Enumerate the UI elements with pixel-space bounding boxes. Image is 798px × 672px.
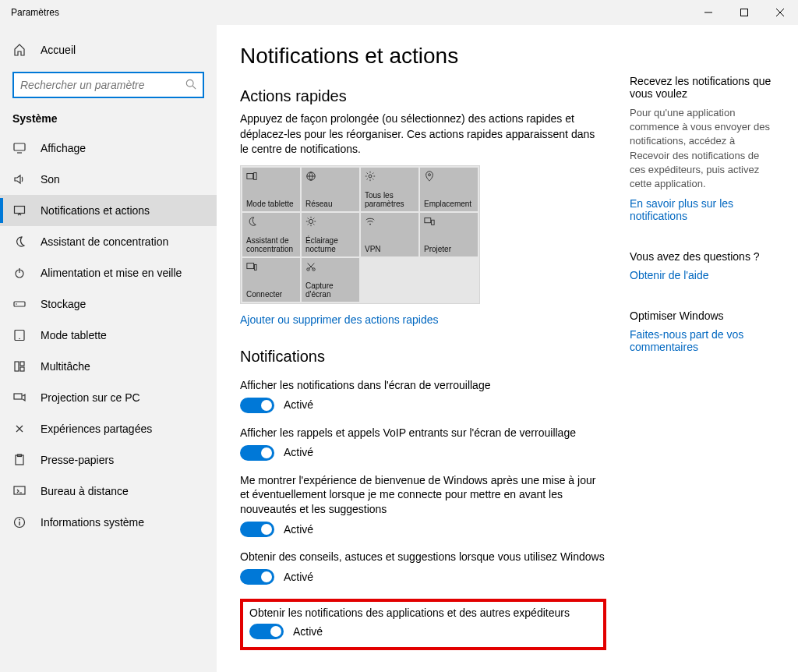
power-icon — [12, 267, 26, 279]
tablet-icon — [12, 329, 26, 341]
sidebar-item-share[interactable]: Expériences partagées — [0, 413, 217, 444]
svg-line-5 — [192, 86, 196, 89]
svg-rect-11 — [14, 302, 25, 306]
quick-action-label: Connecter — [246, 290, 296, 299]
svg-rect-17 — [20, 367, 24, 371]
sidebar-item-projection[interactable]: Projection sur ce PC — [0, 382, 217, 413]
sidebar-item-info[interactable]: Informations système — [0, 507, 217, 538]
toggle-switch[interactable] — [240, 398, 274, 413]
projection-icon — [12, 391, 26, 404]
sidebar-item-tablet[interactable]: Mode tablette — [0, 320, 217, 351]
moon-icon — [246, 216, 296, 227]
close-button[interactable] — [762, 0, 798, 25]
toggle-state-label: Activé — [284, 398, 313, 412]
notification-setting: Afficher les notifications dans l'écran … — [240, 378, 606, 413]
svg-rect-34 — [247, 263, 254, 268]
maximize-button[interactable] — [726, 0, 762, 25]
quick-action-location[interactable]: Emplacement — [420, 168, 478, 211]
feedback-link[interactable]: Faites-nous part de vos commentaires — [630, 328, 743, 353]
sidebar-item-sound[interactable]: Son — [0, 164, 217, 195]
svg-point-12 — [16, 303, 17, 305]
setting-label: Afficher les notifications dans l'écran … — [240, 378, 606, 393]
quick-action-label: Réseau — [305, 200, 355, 208]
sidebar-item-label: Informations système — [41, 516, 144, 529]
quick-action-connect[interactable]: Connecter — [242, 258, 300, 302]
home-icon — [12, 44, 26, 56]
sidebar-item-label: Alimentation et mise en veille — [41, 267, 182, 279]
sidebar-item-label: Son — [41, 173, 60, 186]
quick-action-tablet-mode[interactable]: Mode tablette — [242, 168, 300, 211]
connect-icon — [246, 261, 296, 272]
sidebar-item-power[interactable]: Alimentation et mise en veille — [0, 257, 217, 288]
sidebar-item-storage[interactable]: Stockage — [0, 288, 217, 320]
quick-action-vpn[interactable]: VPN — [361, 213, 418, 256]
toggle-state-label: Activé — [284, 445, 313, 460]
svg-rect-18 — [14, 394, 22, 399]
quick-actions-grid: Mode tabletteRéseauTous les paramètresEm… — [240, 165, 480, 304]
home-button[interactable]: Accueil — [0, 34, 217, 65]
toggle-switch[interactable] — [240, 569, 274, 585]
right-notif-title: Recevez les notifications que vous voule… — [630, 75, 775, 100]
sidebar: Accueil Système AffichageSonNotification… — [0, 25, 217, 672]
quick-action-gear[interactable]: Tous les paramètres — [361, 168, 418, 211]
vpn-icon — [365, 216, 415, 227]
svg-point-31 — [369, 223, 371, 225]
quick-action-network[interactable]: Réseau — [302, 168, 359, 211]
svg-rect-16 — [20, 362, 24, 366]
home-label: Accueil — [41, 44, 76, 56]
tablet-mode-icon — [246, 171, 296, 182]
quick-action-moon[interactable]: Assistant de concentration — [242, 213, 300, 256]
quick-action-label: Capture d'écran — [305, 281, 355, 299]
notify-icon — [12, 204, 26, 217]
titlebar: Paramètres — [0, 0, 798, 25]
storage-icon — [12, 298, 26, 310]
window-title: Paramètres — [0, 7, 59, 18]
sidebar-item-moon[interactable]: Assistant de concentration — [0, 226, 217, 257]
project-icon — [424, 216, 474, 227]
sidebar-item-label: Mode tablette — [41, 329, 107, 341]
page-title: Notifications et actions — [240, 44, 606, 69]
toggle-switch[interactable] — [240, 445, 274, 461]
quick-action-label: Éclairage nocturne — [305, 236, 355, 253]
minimize-button[interactable] — [690, 0, 726, 25]
sidebar-item-multitask[interactable]: Multitâche — [0, 351, 217, 382]
setting-label: Afficher les rappels et appels VoIP entr… — [240, 426, 606, 440]
setting-label: Obtenir les notifications des applicatio… — [249, 607, 597, 619]
quick-action-label: Emplacement — [424, 200, 474, 208]
svg-point-28 — [369, 175, 372, 178]
svg-rect-25 — [247, 173, 253, 179]
svg-point-24 — [19, 519, 20, 521]
learn-more-link[interactable]: En savoir plus sur les notifications — [630, 197, 733, 222]
svg-point-29 — [429, 174, 431, 176]
location-icon — [424, 171, 474, 182]
clipboard-icon — [12, 454, 26, 466]
search-box[interactable] — [12, 72, 204, 98]
quick-action-night[interactable]: Éclairage nocturne — [302, 213, 359, 256]
quick-actions-description: Appuyez de façon prolongée (ou sélection… — [240, 111, 606, 157]
sidebar-item-remote[interactable]: Bureau à distance — [0, 476, 217, 507]
svg-rect-26 — [254, 172, 257, 179]
quick-action-label: Projeter — [424, 245, 474, 253]
sidebar-item-label: Presse-papiers — [41, 454, 114, 466]
sidebar-item-label: Assistant de concentration — [41, 235, 168, 248]
sidebar-item-clipboard[interactable]: Presse-papiers — [0, 444, 217, 476]
sidebar-item-label: Expériences partagées — [41, 423, 152, 435]
sidebar-item-display[interactable]: Affichage — [0, 133, 217, 164]
toggle-switch[interactable] — [240, 522, 274, 537]
toggle-switch[interactable] — [249, 624, 284, 639]
right-help-title: Vous avez des questions ? — [630, 250, 775, 263]
snip-icon — [305, 261, 355, 272]
quick-action-project[interactable]: Projeter — [420, 213, 478, 256]
quick-action-snip[interactable]: Capture d'écran — [302, 258, 359, 302]
sidebar-item-notify[interactable]: Notifications et actions — [0, 195, 217, 226]
quick-action-label: VPN — [365, 245, 415, 253]
get-help-link[interactable]: Obtenir de l'aide — [630, 269, 709, 281]
edit-quick-actions-link[interactable]: Ajouter ou supprimer des actions rapides — [240, 313, 438, 326]
svg-rect-35 — [255, 264, 257, 270]
share-icon — [12, 423, 26, 435]
search-input[interactable] — [20, 79, 178, 91]
night-icon — [305, 216, 355, 227]
sound-icon — [12, 173, 26, 186]
svg-point-30 — [309, 219, 312, 223]
sidebar-item-label: Notifications et actions — [41, 204, 150, 217]
